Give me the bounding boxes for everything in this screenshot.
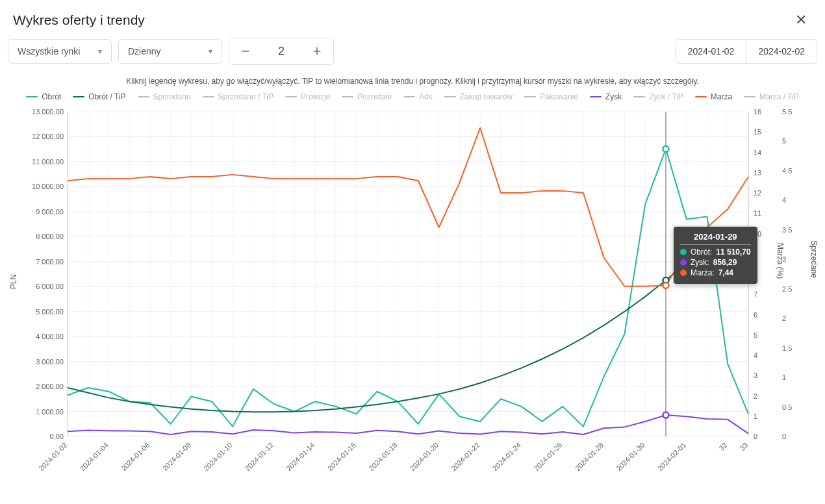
- svg-text:15: 15: [754, 128, 761, 136]
- legend-item-obr-t-tip[interactable]: Obrót / TiP: [73, 92, 125, 101]
- stepper-plus-button[interactable]: +: [301, 38, 333, 64]
- date-from-input[interactable]: 2024-01-02: [676, 40, 747, 63]
- legend-label: Obrót / TiP: [88, 92, 125, 101]
- svg-text:12: 12: [754, 189, 761, 197]
- svg-text:4 000,00: 4 000,00: [36, 333, 64, 340]
- svg-text:33: 33: [738, 441, 749, 452]
- svg-text:4: 4: [754, 351, 757, 359]
- svg-text:13: 13: [754, 169, 761, 177]
- svg-text:0,00: 0,00: [50, 433, 64, 440]
- svg-text:6: 6: [754, 311, 757, 319]
- legend-swatch: [403, 96, 415, 98]
- legend-label: Marża / TiP: [759, 92, 799, 101]
- legend-item-zysk-tip[interactable]: Zysk / TiP: [633, 92, 683, 101]
- legend-label: Pozostałe: [357, 92, 392, 101]
- legend-swatch: [73, 96, 84, 98]
- markets-dropdown-label: Wszystkie rynki: [18, 46, 80, 57]
- svg-text:7 000,00: 7 000,00: [36, 258, 64, 266]
- svg-text:6 000,00: 6 000,00: [36, 283, 64, 290]
- svg-text:2024-01-30: 2024-01-30: [615, 441, 646, 472]
- svg-text:4: 4: [782, 196, 786, 204]
- svg-text:2024-01-28: 2024-01-28: [574, 441, 605, 472]
- y-axis-left-label: PLN: [9, 274, 18, 289]
- svg-text:5: 5: [754, 331, 757, 339]
- legend-item-obr-t[interactable]: Obrót: [26, 92, 61, 101]
- legend-item-sprzedane-tip[interactable]: Sprzedane / TiP: [203, 92, 273, 101]
- svg-text:2024-01-18: 2024-01-18: [367, 441, 398, 472]
- legend-item-mar-a-tip[interactable]: Marża / TiP: [744, 92, 799, 101]
- markets-dropdown[interactable]: Wszystkie rynki ▾: [8, 39, 112, 64]
- close-icon[interactable]: ✕: [790, 9, 812, 31]
- legend-label: Obrót: [42, 92, 61, 101]
- svg-text:2024-01-12: 2024-01-12: [244, 441, 275, 472]
- svg-text:3: 3: [754, 372, 757, 379]
- svg-text:5 000,00: 5 000,00: [36, 308, 64, 316]
- svg-point-112: [663, 146, 668, 152]
- svg-text:8: 8: [754, 270, 757, 278]
- svg-text:3 000,00: 3 000,00: [36, 358, 64, 366]
- legend-label: Zysk / TiP: [649, 92, 683, 101]
- legend-label: Pakowanie: [540, 92, 578, 101]
- chart-canvas[interactable]: 0,001 000,002 000,003 000,004 000,005 00…: [12, 105, 813, 488]
- legend-label: Prowizje: [301, 92, 330, 101]
- legend-swatch: [744, 96, 755, 98]
- svg-text:2024-01-04: 2024-01-04: [79, 441, 110, 472]
- svg-text:0.5: 0.5: [782, 403, 792, 411]
- svg-text:0: 0: [754, 433, 757, 440]
- svg-text:32: 32: [718, 441, 729, 452]
- legend-swatch: [695, 96, 707, 98]
- svg-text:9: 9: [754, 250, 757, 258]
- legend-item-prowizje[interactable]: Prowizje: [285, 92, 330, 101]
- svg-point-114: [663, 412, 668, 418]
- y-axis-right1-label: Marża (%): [776, 243, 785, 279]
- stepper-minus-button[interactable]: −: [229, 38, 262, 64]
- svg-text:8 000,00: 8 000,00: [36, 233, 64, 240]
- svg-text:9 000,00: 9 000,00: [36, 208, 64, 216]
- svg-text:2.5: 2.5: [782, 285, 792, 293]
- legend-item-zysk[interactable]: Zysk: [590, 92, 622, 101]
- svg-text:1: 1: [782, 373, 786, 381]
- legend-item-ads[interactable]: Ads: [403, 92, 433, 101]
- svg-text:10 000,00: 10 000,00: [32, 183, 64, 190]
- chart-instruction: Kliknij legendę wykresu, aby go włączyć/…: [0, 73, 825, 90]
- legend-item-mar-a[interactable]: Marża: [695, 92, 732, 101]
- svg-text:11 000,00: 11 000,00: [32, 158, 64, 166]
- legend-item-pakowanie[interactable]: Pakowanie: [524, 92, 578, 101]
- chart-legend: ObrótObrót / TiPSprzedaneSprzedane / TiP…: [0, 90, 825, 105]
- legend-swatch: [138, 96, 149, 98]
- page-title: Wykres oferty i trendy: [13, 12, 145, 28]
- legend-label: Marża: [711, 92, 732, 101]
- svg-text:5: 5: [782, 137, 786, 145]
- legend-item-pozosta-e[interactable]: Pozostałe: [342, 92, 392, 101]
- interval-dropdown-label: Dzienny: [128, 46, 161, 57]
- svg-text:16: 16: [754, 108, 761, 116]
- svg-text:2024-01-06: 2024-01-06: [120, 441, 151, 472]
- legend-swatch: [444, 96, 456, 98]
- svg-text:2024-01-08: 2024-01-08: [161, 441, 192, 472]
- svg-text:2024-01-20: 2024-01-20: [409, 441, 440, 472]
- svg-text:2024-01-14: 2024-01-14: [285, 441, 316, 472]
- legend-label: Sprzedane / TiP: [218, 92, 273, 101]
- svg-text:2: 2: [754, 392, 757, 400]
- legend-swatch: [590, 96, 602, 98]
- svg-text:2024-01-02: 2024-01-02: [37, 441, 68, 472]
- date-to-input[interactable]: 2024-02-02: [746, 40, 817, 63]
- svg-text:4.5: 4.5: [782, 167, 792, 175]
- legend-label: Sprzedane: [153, 92, 191, 101]
- stepper-value: 2: [262, 45, 301, 58]
- svg-text:3.5: 3.5: [782, 226, 792, 234]
- legend-swatch: [524, 96, 536, 98]
- legend-swatch: [26, 96, 38, 98]
- svg-text:14: 14: [754, 149, 761, 157]
- svg-text:2024-01-10: 2024-01-10: [202, 441, 233, 472]
- legend-item-sprzedane[interactable]: Sprzedane: [138, 92, 191, 101]
- svg-text:2024-02-01: 2024-02-01: [656, 441, 687, 472]
- legend-label: Zysk: [605, 92, 622, 101]
- interval-dropdown[interactable]: Dzienny ▾: [118, 39, 222, 64]
- legend-label: Zakup towarów: [460, 92, 513, 101]
- svg-text:2024-01-16: 2024-01-16: [326, 441, 357, 472]
- legend-swatch: [285, 96, 297, 98]
- date-range-picker: 2024-01-02 2024-02-02: [676, 39, 817, 64]
- value-stepper: − 2 +: [229, 38, 334, 65]
- legend-item-zakup-towar-w[interactable]: Zakup towarów: [444, 92, 513, 101]
